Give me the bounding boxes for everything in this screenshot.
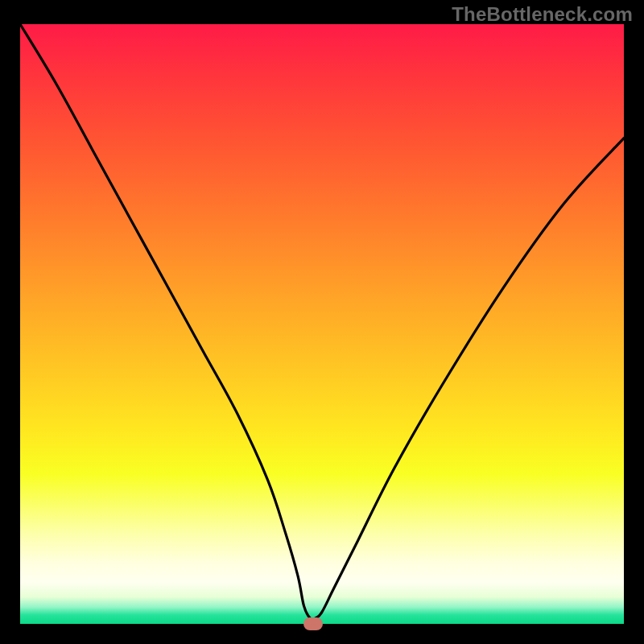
minimum-marker	[303, 617, 323, 630]
plot-area	[20, 24, 624, 624]
chart-canvas: TheBottleneck.com	[0, 0, 644, 644]
bottleneck-curve	[20, 24, 624, 624]
watermark-text: TheBottleneck.com	[452, 3, 633, 26]
